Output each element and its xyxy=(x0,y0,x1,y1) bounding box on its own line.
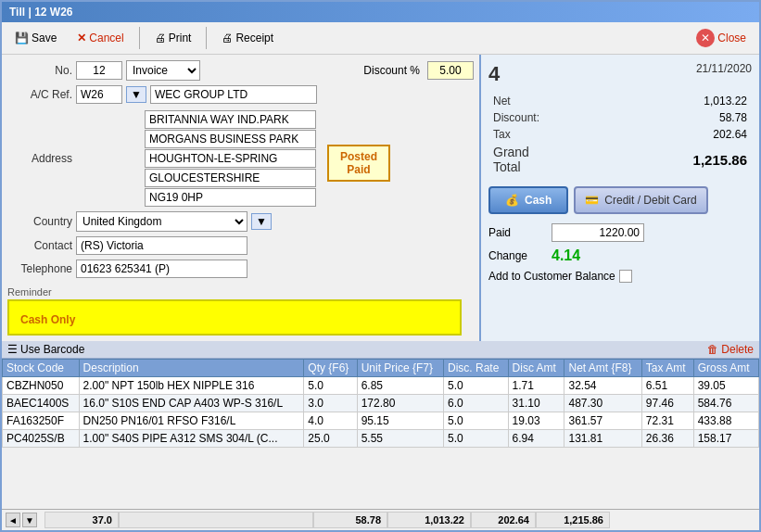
cell-net: 32.54 xyxy=(564,377,641,395)
grid-scroll-area[interactable]: Stock Code Description Qty {F6} Unit Pri… xyxy=(2,359,759,509)
footer-net: 1,013.22 xyxy=(387,512,471,528)
cell-desc: DN250 PN16/01 RFSO F316/L xyxy=(79,412,304,430)
close-button[interactable]: ✕ Close xyxy=(689,26,754,50)
grand-total-row: Grand Total 1,215.86 xyxy=(490,144,750,175)
address-line-1[interactable] xyxy=(145,110,316,129)
title-bar: Till | 12 W26 xyxy=(2,2,759,22)
footer-tax: 202.64 xyxy=(471,512,536,528)
telephone-row: Telephone xyxy=(7,260,474,278)
grid-toolbar: ☰ Use Barcode 🗑 Delete xyxy=(2,341,759,359)
contact-input[interactable] xyxy=(76,236,247,255)
reminder-section: Reminder Cash Only xyxy=(7,286,474,336)
invoice-number: 4 xyxy=(488,62,500,86)
address-section-wrapper: Address xyxy=(7,110,316,209)
acref-input[interactable] xyxy=(76,85,122,104)
net-label: Net xyxy=(490,94,555,108)
cancel-button[interactable]: ✕ Cancel xyxy=(70,29,131,47)
discount-label-r: Discount: xyxy=(490,110,555,125)
cell-disc-amt: 19.03 xyxy=(508,412,564,430)
paid-text: Paid xyxy=(340,163,377,176)
delete-icon: 🗑 xyxy=(707,343,718,356)
acref-dropdown-button[interactable]: ▼ xyxy=(126,86,146,103)
invoice-select[interactable]: Invoice xyxy=(126,60,200,81)
cell-qty: 5.0 xyxy=(304,377,357,395)
receipt-button[interactable]: 🖨 Receipt xyxy=(214,29,281,47)
paid-input[interactable] xyxy=(552,223,644,242)
cell-tax: 72.31 xyxy=(641,412,693,430)
cell-stock: CBZHN050 xyxy=(3,377,80,395)
reminder-label: Reminder xyxy=(7,286,474,298)
cell-qty: 3.0 xyxy=(304,395,357,412)
col-disc-amt: Disc Amt xyxy=(508,360,564,377)
discount-value: 58.78 xyxy=(557,110,750,125)
change-value: 4.14 xyxy=(552,247,580,264)
telephone-input[interactable] xyxy=(76,260,247,278)
net-value: 1,013.22 xyxy=(557,94,750,108)
acref-row: A/C Ref. ▼ xyxy=(7,85,474,104)
use-barcode-button[interactable]: ☰ Use Barcode xyxy=(7,343,84,356)
change-row: Change 4.14 xyxy=(488,247,752,264)
cell-net: 487.30 xyxy=(564,395,641,412)
nav-left-button[interactable]: ◄ xyxy=(6,513,20,527)
grid-body: CBZHN050 2.00" NPT 150lb HEX NIPPLE 316 … xyxy=(3,377,759,448)
address-line-5[interactable] xyxy=(145,188,316,207)
top-section: No. Invoice Discount % A/C Ref. ▼ xyxy=(2,55,759,341)
payment-buttons: 💰 Cash 💳 Credit / Debit Card xyxy=(488,186,752,214)
add-balance-checkbox[interactable] xyxy=(619,270,632,283)
toolbar: 💾 Save ✕ Cancel 🖨 Print 🖨 Receipt ✕ Clos… xyxy=(2,22,759,55)
cash-only-text: Cash Only xyxy=(20,313,75,326)
card-button[interactable]: 💳 Credit / Debit Card xyxy=(574,186,707,214)
window-title: Till | 12 W26 xyxy=(9,6,73,19)
no-input[interactable] xyxy=(76,61,122,80)
country-row: Country United Kingdom ▼ xyxy=(7,211,474,232)
close-icon: ✕ xyxy=(696,29,715,47)
company-input[interactable] xyxy=(150,85,317,104)
contact-label: Contact xyxy=(7,239,72,252)
cell-desc: 1.00" S40S PIPE A312 SMS 304/L (C... xyxy=(79,430,304,448)
cell-unit: 95.15 xyxy=(357,412,443,430)
save-button[interactable]: 💾 Save xyxy=(7,29,64,47)
header-row: Stock Code Description Qty {F6} Unit Pri… xyxy=(3,360,759,377)
change-label: Change xyxy=(488,249,544,262)
cell-disc-rate: 5.0 xyxy=(444,430,509,448)
grand-total-value: 1,215.86 xyxy=(557,144,750,175)
delete-button[interactable]: 🗑 Delete xyxy=(707,343,754,356)
cell-net: 361.57 xyxy=(564,412,641,430)
address-lines xyxy=(145,110,316,207)
cash-button[interactable]: 💰 Cash xyxy=(488,186,568,214)
address-line-2[interactable] xyxy=(145,130,316,148)
tax-row: Tax 202.64 xyxy=(490,127,750,142)
col-gross: Gross Amt xyxy=(693,360,758,377)
address-line-3[interactable] xyxy=(145,149,316,168)
cell-tax: 26.36 xyxy=(641,430,693,448)
cell-gross: 39.05 xyxy=(693,377,758,395)
col-stock: Stock Code xyxy=(3,360,80,377)
cell-gross: 158.17 xyxy=(693,430,758,448)
country-select[interactable]: United Kingdom xyxy=(76,211,247,232)
table-row: FA163250F DN250 PN16/01 RFSO F316/L 4.0 … xyxy=(3,412,759,430)
posted-text: Posted xyxy=(340,150,377,163)
print-button[interactable]: 🖨 Print xyxy=(147,29,199,47)
receipt-icon: 🖨 xyxy=(222,32,233,44)
cell-qty: 25.0 xyxy=(304,430,357,448)
cell-desc: 16.0" S10S END CAP A403 WP-S 316/L xyxy=(79,395,304,412)
cell-disc-amt: 1.71 xyxy=(508,377,564,395)
table-row: CBZHN050 2.00" NPT 150lb HEX NIPPLE 316 … xyxy=(3,377,759,395)
tax-value: 202.64 xyxy=(557,127,750,142)
cell-tax: 6.51 xyxy=(641,377,693,395)
cell-disc-amt: 6.94 xyxy=(508,430,564,448)
nav-right-button[interactable]: ▼ xyxy=(22,513,37,527)
barcode-icon: ☰ xyxy=(7,343,18,356)
table-row: BAEC1400S 16.0" S10S END CAP A403 WP-S 3… xyxy=(3,395,759,412)
country-label: Country xyxy=(7,215,72,228)
grid-header: Stock Code Description Qty {F6} Unit Pri… xyxy=(3,360,759,377)
discount-input[interactable] xyxy=(427,61,474,80)
country-dropdown-button[interactable]: ▼ xyxy=(251,213,272,230)
address-line-4[interactable] xyxy=(145,169,316,187)
cell-disc-rate: 5.0 xyxy=(444,412,509,430)
main-body: No. Invoice Discount % A/C Ref. ▼ xyxy=(2,55,759,530)
left-panel: No. Invoice Discount % A/C Ref. ▼ xyxy=(2,55,479,341)
save-icon: 💾 xyxy=(15,32,29,44)
cell-desc: 2.00" NPT 150lb HEX NIPPLE 316 xyxy=(79,377,304,395)
cash-icon: 💰 xyxy=(505,194,519,207)
